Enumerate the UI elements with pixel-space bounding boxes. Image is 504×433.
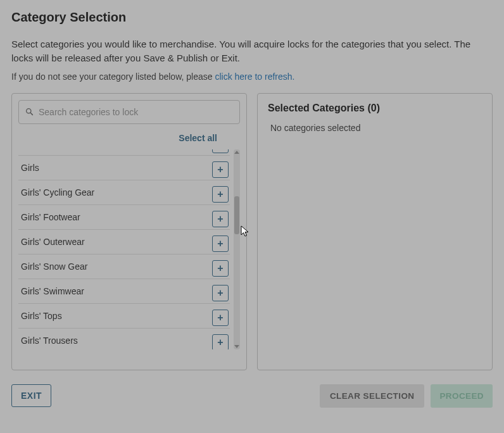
list-item: Girls' Trousers + <box>18 328 230 349</box>
add-category-button[interactable]: + <box>212 186 229 203</box>
add-category-button[interactable]: + <box>212 334 229 349</box>
category-label: Girls' Footwear <box>21 212 80 222</box>
selected-categories-title: Selected Categories (0) <box>268 103 482 114</box>
page-title: Category Selection <box>11 10 493 25</box>
add-category-button[interactable]: + <box>212 285 229 301</box>
category-label: Girls' Outerwear <box>21 237 85 247</box>
category-label: Girls' Trousers <box>21 336 78 346</box>
selected-categories-panel: Selected Categories (0) No categories se… <box>257 93 493 370</box>
category-label: Girls <box>21 163 39 173</box>
search-icon <box>25 108 34 116</box>
add-category-button[interactable]: + <box>212 260 229 277</box>
refresh-prefix: If you do not see your category listed b… <box>11 72 215 82</box>
select-all-link[interactable]: Select all <box>179 133 217 143</box>
list-item: Girls' Cycling Gear + <box>18 180 230 204</box>
category-label: Girls' Snow Gear <box>21 261 87 272</box>
list-item: Girls' Swimwear + <box>18 279 230 303</box>
available-categories-panel: Select all + Girls + <box>11 93 247 370</box>
description-text: Select categories you would like to merc… <box>11 37 493 65</box>
list-item: Girls + <box>18 155 230 180</box>
scroll-up-icon[interactable] <box>234 151 239 154</box>
list-item: Girls' Tops + <box>18 303 230 328</box>
scrollbar[interactable] <box>234 149 240 349</box>
category-label: Girls' Swimwear <box>21 286 84 296</box>
add-category-button[interactable]: + <box>212 161 229 178</box>
add-category-button[interactable]: + <box>212 310 229 326</box>
refresh-line: If you do not see your category listed b… <box>11 72 493 82</box>
refresh-link[interactable]: click here to refresh. <box>215 72 294 82</box>
add-category-button[interactable]: + <box>212 149 229 153</box>
category-label: Girls' Tops <box>21 311 62 321</box>
list-item: Girls' Outerwear + <box>18 229 230 254</box>
clear-selection-button[interactable]: CLEAR SELECTION <box>320 384 425 408</box>
search-input[interactable] <box>39 107 233 117</box>
list-item: Girls' Footwear + <box>18 204 230 229</box>
svg-line-1 <box>30 113 32 115</box>
category-label: Girls' Cycling Gear <box>21 187 94 198</box>
add-category-button[interactable]: + <box>212 211 229 227</box>
scroll-down-icon[interactable] <box>234 345 239 348</box>
selected-categories-empty: No categories selected <box>268 123 482 133</box>
search-field-wrap[interactable] <box>18 100 240 124</box>
list-item: Girls' Snow Gear + <box>18 254 230 279</box>
category-list: + Girls + Girls' Cycling Gear + Girls' F… <box>18 149 230 349</box>
scrollbar-thumb[interactable] <box>234 196 239 234</box>
exit-button[interactable]: EXIT <box>11 384 51 407</box>
add-category-button[interactable]: + <box>212 235 229 252</box>
proceed-button: PROCEED <box>431 384 493 408</box>
list-item: + <box>18 149 230 155</box>
